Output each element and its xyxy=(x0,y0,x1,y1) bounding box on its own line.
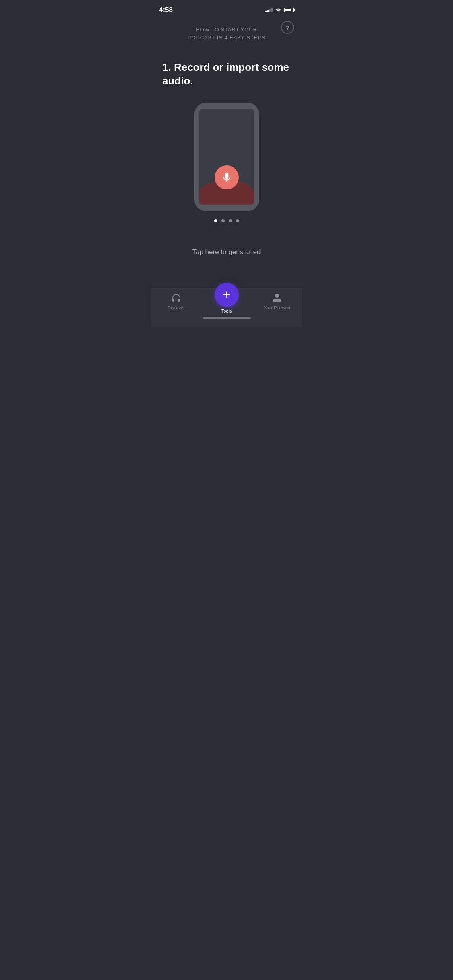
step-text: 1. Record or import some audio. xyxy=(162,61,291,88)
home-indicator xyxy=(203,317,251,319)
person-icon xyxy=(273,293,281,303)
phone-illustration xyxy=(151,103,302,211)
pagination-dots xyxy=(151,219,302,222)
tab-bar-items: Discover + Tools Your Podcast xyxy=(151,288,302,313)
your-podcast-label: Your Podcast xyxy=(264,305,290,310)
tab-discover[interactable]: Discover xyxy=(151,292,201,310)
mic-button[interactable] xyxy=(215,165,239,189)
dot-1[interactable] xyxy=(214,219,217,222)
page-title: HOW TO START YOURPODCAST IN 4 EASY STEPS xyxy=(151,26,302,41)
your-podcast-icon xyxy=(271,292,283,304)
dot-4[interactable] xyxy=(236,219,239,222)
cta-text: Tap here to get started xyxy=(151,248,302,256)
tab-bar: Discover + Tools Your Podcast xyxy=(151,288,302,327)
phone-frame xyxy=(194,103,259,211)
mic-icon xyxy=(221,172,232,183)
signal-icon xyxy=(265,8,273,12)
tab-tools[interactable]: + Tools xyxy=(201,283,252,313)
status-time: 4:58 xyxy=(159,6,173,14)
help-button[interactable]: ? xyxy=(281,21,294,34)
dot-3[interactable] xyxy=(229,219,232,222)
tools-label: Tools xyxy=(221,309,232,313)
battery-icon xyxy=(284,8,294,12)
page-title-text: HOW TO START YOURPODCAST IN 4 EASY STEPS xyxy=(175,26,278,41)
status-icons xyxy=(265,8,294,12)
svg-point-0 xyxy=(275,294,279,298)
wifi-icon xyxy=(275,8,281,12)
headphones-icon xyxy=(171,294,182,303)
phone-screen xyxy=(199,109,254,205)
step-section: 1. Record or import some audio. xyxy=(151,61,302,88)
discover-label: Discover xyxy=(168,305,185,310)
add-plus-icon: + xyxy=(223,288,230,301)
tab-your-podcast[interactable]: Your Podcast xyxy=(252,292,302,310)
dot-2[interactable] xyxy=(221,219,225,222)
status-bar: 4:58 xyxy=(151,0,302,18)
add-button[interactable]: + xyxy=(215,283,239,307)
discover-icon xyxy=(171,292,182,304)
